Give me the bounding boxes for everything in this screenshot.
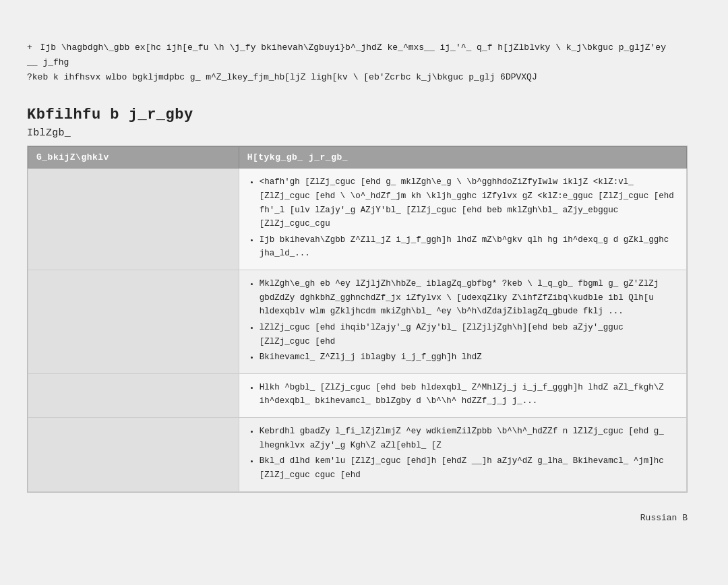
list-item: Bkl_d dlhd kem'lu [ZlZj_cguc [ehd]h [ehd… bbox=[260, 454, 678, 482]
table-row: Hlkh ^bgbl_ [ZlZj_cguc [ehd beb hldexqbl… bbox=[28, 373, 687, 417]
main-table: G_bkijZ\ghklv H[tykg_gb_ j_r_gb_ <hafh'g… bbox=[28, 146, 687, 491]
row-left-3 bbox=[28, 373, 239, 417]
intro-block: + Ijb \hagbdgh\_gbb ex[hc ijh[e_fu \h \j… bbox=[27, 40, 701, 85]
row-left-1 bbox=[28, 168, 239, 270]
row-right-3: Hlkh ^bgbl_ [ZlZj_cguc [ehd beb hldexqbl… bbox=[239, 373, 686, 417]
row-right-4: Kebrdhl gbadZy l_fi_lZjZlmjZ ^ey wdkiemZ… bbox=[239, 418, 686, 492]
row-left-2 bbox=[28, 270, 239, 374]
table-header-row: G_bkijZ\ghklv H[tykg_gb_ j_r_gb_ bbox=[28, 147, 687, 168]
list-item: <hafh'gh [ZlZj_cguc [ehd g_ mklZgh\e_g \… bbox=[260, 175, 678, 231]
main-table-wrapper: G_bkijZ\ghklv H[tykg_gb_ j_r_gb_ <hafh'g… bbox=[27, 146, 688, 492]
section-title: Kbfilhfu b j_r_gby bbox=[27, 106, 701, 123]
row-right-2: MklZgh\e_gh eb ^ey lZjljZh\hbZe_ iblagZq… bbox=[239, 270, 686, 374]
list-item: Kebrdhl gbadZy l_fi_lZjZlmjZ ^ey wdkiemZ… bbox=[260, 425, 678, 452]
table-row: MklZgh\e_gh eb ^ey lZjljZh\hbZe_ iblagZq… bbox=[28, 270, 687, 374]
row-right-1: <hafh'gh [ZlZj_cguc [ehd g_ mklZgh\e_g \… bbox=[239, 168, 686, 270]
list-item: Ijb bkihevah\Zgbb Z^Zll_jZ i_j_f_ggh]h l… bbox=[260, 233, 678, 261]
table-row: <hafh'gh [ZlZj_cguc [ehd g_ mklZgh\e_g \… bbox=[28, 168, 687, 270]
col-header-left: G_bkijZ\ghklv bbox=[28, 147, 239, 168]
intro-text: + Ijb \hagbdgh\_gbb ex[hc ijh[e_fu \h \j… bbox=[27, 40, 667, 85]
section-header: Kbfilhfu b j_r_gby IblZgb_ bbox=[27, 106, 701, 139]
section-subtitle: IblZgb_ bbox=[27, 127, 701, 139]
col-header-right: H[tykg_gb_ j_r_gb_ bbox=[239, 147, 686, 168]
list-item: lZlZj_cguc [ehd ihqib'lZajy'_g AZjy'bl_ … bbox=[260, 321, 678, 348]
table-row: Kebrdhl gbadZy l_fi_lZjZlmjZ ^ey wdkiemZ… bbox=[28, 418, 687, 492]
row-left-4 bbox=[28, 418, 239, 492]
list-item: Hlkh ^bgbl_ [ZlZj_cguc [ehd beb hldexqbl… bbox=[260, 381, 678, 408]
list-item: Bkihevamcl_ Z^Zlj_j iblagby i_j_f_ggh]h … bbox=[260, 350, 678, 365]
intro-prefix: + bbox=[27, 42, 32, 53]
footer-note: Russian B bbox=[27, 513, 688, 523]
list-item: MklZgh\e_gh eb ^ey lZjljZh\hbZe_ iblagZq… bbox=[260, 277, 678, 319]
